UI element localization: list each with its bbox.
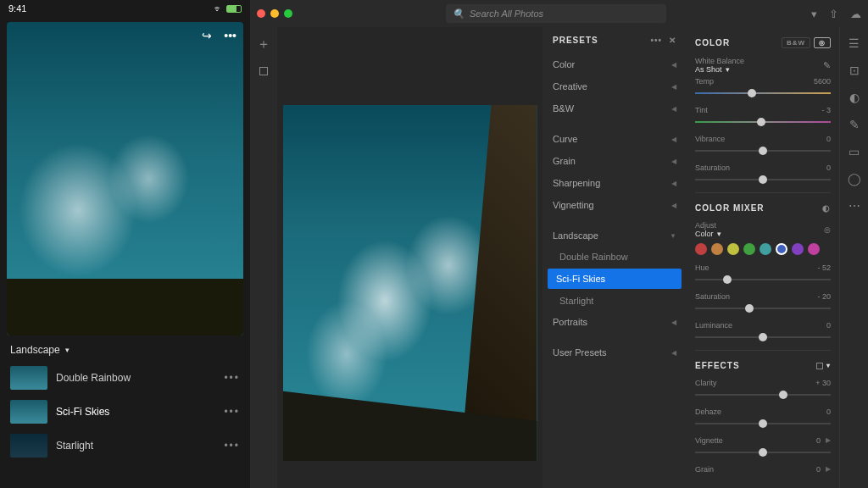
clarity-label: Clarity (695, 379, 717, 387)
color-dot-yellow[interactable] (727, 243, 739, 255)
mobile-preset-item[interactable]: Sci-Fi Skies ••• (0, 395, 250, 429)
mobile-status-bar: 9:41 ᯤ (0, 0, 250, 17)
color-profile-icon[interactable]: ◎ (814, 37, 831, 48)
preset-group[interactable]: Creative◀ (542, 75, 687, 97)
vignette-slider[interactable] (695, 446, 831, 458)
group-label: Portraits (553, 317, 587, 327)
adjust-tool-icon[interactable]: ☰ (847, 36, 862, 51)
presets-title: PRESETS (553, 36, 598, 45)
expand-icon[interactable]: ▶ (826, 436, 831, 445)
more-tools-icon[interactable]: ⋯ (847, 198, 862, 214)
vibrance-slider[interactable] (695, 145, 831, 157)
expand-icon[interactable]: ▶ (826, 465, 831, 474)
preset-group[interactable]: User Presets◀ (542, 341, 687, 363)
more-icon[interactable]: ••• (224, 440, 240, 452)
mobile-photo-preview: ↪ ••• (7, 22, 243, 336)
grid-button[interactable] (255, 63, 272, 80)
mixer-title: COLOR MIXER (695, 203, 765, 213)
redo-icon[interactable]: ↪ (202, 29, 212, 42)
color-dot-aqua[interactable] (760, 243, 771, 255)
color-section-title: COLOR (695, 38, 730, 47)
color-dot-magenta[interactable] (808, 243, 820, 255)
group-label: Grain (553, 156, 576, 166)
cloud-icon[interactable]: ☁ (850, 8, 861, 20)
group-label: Color (553, 59, 575, 69)
target-adjust-icon[interactable]: ◎ (824, 225, 831, 234)
preset-group[interactable]: Sharpening◀ (542, 172, 687, 194)
window-controls[interactable] (257, 9, 292, 18)
more-icon[interactable]: ••• (224, 406, 240, 418)
group-label: User Presets (553, 347, 607, 358)
chevron-down-icon: ▾ (726, 65, 730, 74)
more-icon[interactable]: ••• (224, 372, 240, 384)
share-icon[interactable]: ⇧ (829, 8, 838, 20)
preset-group[interactable]: Portraits◀ (542, 311, 687, 333)
chevron-left-icon: ◀ (671, 349, 676, 357)
hue-slider[interactable] (695, 274, 831, 286)
mobile-preset-category[interactable]: Landscape ▾ (0, 336, 250, 361)
preset-group[interactable]: B&W◀ (542, 97, 687, 119)
photo-canvas[interactable] (283, 105, 537, 461)
group-label: Sharpening (553, 178, 600, 188)
more-icon[interactable]: ••• (224, 29, 236, 42)
eyedropper-icon[interactable]: ✎ (823, 60, 831, 71)
crop-tool-icon[interactable]: ⊡ (847, 63, 862, 78)
search-input[interactable]: 🔍 Search All Photos (446, 4, 666, 23)
lum-label: Luminance (695, 321, 732, 330)
group-label: Vignetting (553, 200, 594, 210)
mixer-toggle-icon[interactable]: ◐ (822, 203, 831, 213)
dehaze-slider[interactable] (695, 418, 831, 430)
preset-group[interactable]: Grain◀ (542, 150, 687, 172)
mixer-sat-slider[interactable] (695, 302, 831, 314)
wb-dropdown[interactable]: As Shot ▾ (695, 65, 747, 74)
chevron-left-icon: ◀ (671, 136, 676, 143)
brush-tool-icon[interactable]: ✎ (847, 117, 862, 132)
preset-group[interactable]: Color◀ (542, 53, 687, 75)
preset-group[interactable]: Curve◀ (542, 128, 687, 150)
color-dot-blue[interactable] (776, 243, 787, 255)
preset-group-landscape[interactable]: Landscape▼ (542, 225, 687, 247)
clarity-value: + 30 (815, 379, 831, 387)
saturation-slider[interactable] (695, 174, 831, 186)
color-dot-orange[interactable] (711, 243, 723, 255)
clarity-slider[interactable] (695, 389, 831, 401)
color-dot-green[interactable] (743, 243, 755, 255)
preset-item[interactable]: Starlight (542, 291, 687, 311)
lum-slider[interactable] (695, 331, 831, 343)
color-dot-red[interactable] (695, 243, 707, 255)
dehaze-value: 0 (826, 408, 831, 416)
heal-tool-icon[interactable]: ◐ (847, 90, 862, 105)
mobile-preset-item[interactable]: Double Rainbow ••• (0, 361, 250, 395)
preset-item[interactable]: Double Rainbow (542, 247, 687, 267)
chevron-left-icon: ◀ (671, 180, 676, 187)
saturation-value: 0 (826, 164, 831, 172)
effects-menu-icon[interactable]: ▾ (816, 362, 831, 369)
preset-label: Sci-Fi Skies (56, 406, 109, 418)
preset-thumb (10, 366, 47, 390)
wifi-icon: ᯤ (214, 3, 223, 14)
chevron-down-icon: ▾ (717, 230, 721, 238)
mixer-sat-label: Saturation (695, 292, 730, 301)
preset-group[interactable]: Vignetting◀ (542, 194, 687, 216)
gradient-tool-icon[interactable]: ▭ (847, 144, 862, 159)
adjust-dropdown[interactable]: Color ▾ (695, 230, 721, 238)
tint-value: - 3 (821, 106, 831, 114)
preset-item-selected[interactable]: Sci-Fi Skies (548, 269, 682, 289)
close-icon[interactable]: ✕ (669, 36, 676, 45)
bw-toggle[interactable]: B&W (782, 37, 810, 48)
search-icon: 🔍 (453, 8, 465, 19)
filter-icon[interactable]: ▾ (811, 8, 817, 20)
lum-value: 0 (826, 321, 831, 330)
mobile-preset-item[interactable]: Starlight ••• (0, 429, 250, 463)
hue-label: Hue (695, 263, 709, 272)
temp-slider[interactable] (695, 87, 831, 99)
tint-slider[interactable] (695, 116, 831, 128)
more-icon[interactable]: ••• (650, 36, 662, 45)
search-placeholder: Search All Photos (470, 8, 543, 19)
color-dot-purple[interactable] (792, 243, 804, 255)
radial-tool-icon[interactable]: ◯ (847, 171, 862, 186)
add-button[interactable]: ＋ (255, 36, 272, 53)
vibrance-label: Vibrance (695, 135, 725, 143)
vignette-label: Vignette (695, 436, 723, 445)
saturation-label: Saturation (695, 164, 730, 172)
